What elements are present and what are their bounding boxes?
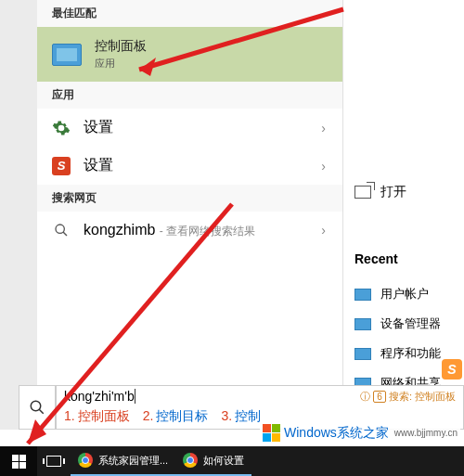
ime-candidate[interactable]: 2.控制目标 xyxy=(143,408,209,425)
best-match-subtitle: 应用 xyxy=(95,57,147,71)
web-search-item[interactable]: kongzhimb - 查看网络搜索结果 › xyxy=(37,212,342,249)
open-action[interactable]: 打开 xyxy=(354,184,453,200)
chevron-right-icon: › xyxy=(321,159,326,174)
windows-logo-icon xyxy=(263,424,280,442)
ime-candidate[interactable]: 1.控制面板 xyxy=(64,408,130,425)
panel-icon xyxy=(354,289,371,301)
ime-pinyin: kong'zhi'm'b xyxy=(64,389,135,404)
info-icon: ⓘ xyxy=(360,390,370,404)
gear-icon xyxy=(52,119,71,137)
taskbar-app[interactable]: 如何设置 xyxy=(175,446,251,476)
app-item-label: 设置 xyxy=(84,156,113,175)
search-icon xyxy=(29,399,45,416)
section-apps: 应用 xyxy=(37,82,342,109)
section-best-match: 最佳匹配 xyxy=(37,0,342,27)
svg-point-0 xyxy=(56,225,64,233)
sogou-ime-float-icon[interactable]: S xyxy=(442,359,462,380)
recent-label: 程序和功能 xyxy=(380,345,441,362)
chevron-right-icon: › xyxy=(321,121,326,135)
recent-item[interactable]: 程序和功能 xyxy=(354,339,453,368)
ime-candidate[interactable]: 3.控制 xyxy=(221,408,261,425)
app-item-label: 设置 xyxy=(84,118,113,137)
best-match-item[interactable]: 控制面板 应用 xyxy=(37,27,342,82)
taskbar-label: 系统家园管理... xyxy=(98,454,168,468)
taskbar-app[interactable]: 系统家园管理... xyxy=(71,446,175,476)
chrome-icon xyxy=(183,453,198,468)
app-item-settings[interactable]: 设置 › xyxy=(37,109,342,147)
search-icon xyxy=(52,221,71,239)
ime-hint-num: 6 xyxy=(373,391,386,403)
svg-line-1 xyxy=(63,232,67,236)
ime-search-hint[interactable]: ⓘ 6 搜索: 控制面板 xyxy=(360,390,456,404)
svg-line-3 xyxy=(39,409,44,414)
search-button[interactable] xyxy=(19,385,56,430)
taskbar: 系统家园管理... 如何设置 xyxy=(0,446,464,476)
chrome-icon xyxy=(78,453,93,468)
control-panel-icon xyxy=(52,44,82,66)
recent-label: 设备管理器 xyxy=(380,315,441,332)
taskview-icon xyxy=(46,456,61,467)
panel-icon xyxy=(354,348,371,360)
windows-icon xyxy=(12,455,26,469)
watermark: Windows系统之家 www.bjjmmy.cn xyxy=(260,423,460,443)
chevron-right-icon: › xyxy=(321,223,326,238)
recent-item[interactable]: 设备管理器 xyxy=(354,309,453,339)
recent-item[interactable]: 用户帐户 xyxy=(354,279,453,309)
watermark-url: www.bjjmmy.cn xyxy=(394,428,458,438)
taskbar-label: 如何设置 xyxy=(203,454,244,468)
start-button[interactable] xyxy=(0,446,37,476)
recent-label: 用户帐户 xyxy=(380,286,429,302)
open-icon xyxy=(354,186,371,199)
recent-heading: Recent xyxy=(354,251,453,266)
sogou-icon: S xyxy=(52,157,71,175)
open-label: 打开 xyxy=(380,184,406,200)
svg-point-2 xyxy=(31,401,41,411)
web-query: kongzhimb xyxy=(84,222,155,238)
best-match-title: 控制面板 xyxy=(95,38,147,55)
web-hint: 查看网络搜索结果 xyxy=(166,225,255,238)
ime-hint-text: 搜索: 控制面板 xyxy=(389,390,456,404)
section-web: 搜索网页 xyxy=(37,185,342,212)
app-item-sogou-settings[interactable]: S 设置 › xyxy=(37,147,342,185)
watermark-text: Windows系统之家 xyxy=(284,425,389,442)
task-view-button[interactable] xyxy=(37,446,71,476)
panel-icon xyxy=(354,318,371,330)
